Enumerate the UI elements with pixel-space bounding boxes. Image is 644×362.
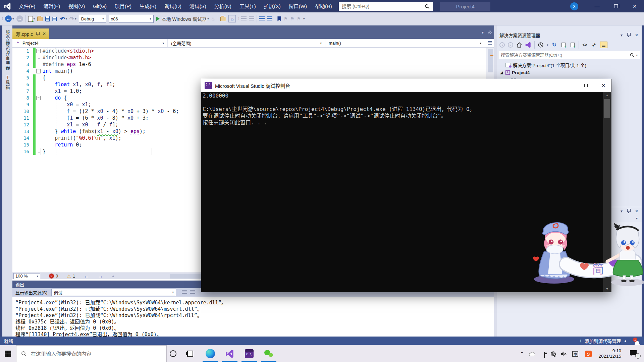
prev-bookmark-button[interactable]: ⚑ xyxy=(283,15,288,23)
toolbar-overflow-button[interactable]: ▾ xyxy=(303,15,305,23)
pin-panel-icon[interactable] xyxy=(627,209,630,213)
solution-search-box[interactable]: ▾ xyxy=(498,51,640,59)
menu-item-11[interactable]: 窗口(W) xyxy=(285,0,311,12)
scrollbar-thumb[interactable] xyxy=(488,49,493,72)
console-output[interactable]: 2.000000 C:\Users\尘世闲游\source\repos\Proj… xyxy=(201,92,603,292)
navigate-forward-code-button[interactable] xyxy=(249,15,254,23)
menu-item-7[interactable]: 测试(S) xyxy=(185,0,210,12)
tree-item-solution[interactable]: 解决方案“Project4”(1 个项目/共 1 个) xyxy=(497,61,642,69)
code-line-4[interactable]: 4int main() xyxy=(12,68,486,74)
warning-count[interactable]: ⚠1 xyxy=(67,274,75,279)
menu-item-12[interactable]: 帮助(H) xyxy=(311,0,336,12)
window-menu-dropdown-icon[interactable]: ▾ xyxy=(621,209,623,214)
properties-icon[interactable]: 🔧︎ xyxy=(591,42,597,48)
close-button[interactable]: ✕ xyxy=(625,0,644,12)
show-hidden-icons-chevron[interactable]: ⌃ xyxy=(520,351,524,356)
navigate-forward-button[interactable]: → xyxy=(16,15,23,23)
menu-item-8[interactable]: 分析(N) xyxy=(210,0,235,12)
properties-pages-icon[interactable] xyxy=(570,42,576,48)
taskbar-app-edge[interactable] xyxy=(201,345,220,362)
output-tool-icon[interactable] xyxy=(190,290,195,295)
source-control-dropdown-icon[interactable]: ▲ xyxy=(624,339,627,343)
error-count[interactable]: ✕0 xyxy=(49,274,58,279)
expanded-chevron-icon[interactable]: ◢ xyxy=(499,71,503,74)
navigate-back-arrow[interactable]: ← xyxy=(84,273,89,279)
taskbar-app-visual-studio[interactable] xyxy=(220,345,239,362)
redo-button[interactable]: ↷▾ xyxy=(69,15,76,23)
collapse-all-icon[interactable] xyxy=(560,42,567,48)
ime-mode-icon[interactable]: 中 xyxy=(572,351,578,357)
open-file-button[interactable] xyxy=(37,15,43,23)
clear-bookmarks-button[interactable]: ⚑ xyxy=(297,15,301,23)
menu-item-2[interactable]: 视图(V) xyxy=(64,0,89,12)
home-icon[interactable] xyxy=(516,42,522,48)
float-window-icon[interactable] xyxy=(488,30,492,35)
refresh-icon[interactable]: ↻ xyxy=(551,42,557,48)
cortana-button[interactable] xyxy=(170,350,176,357)
home-button[interactable]: ⌂ xyxy=(228,15,236,22)
taskbar-search-box[interactable] xyxy=(16,345,167,362)
show-all-files-icon[interactable] xyxy=(600,42,607,48)
pin-tab-icon[interactable] xyxy=(36,32,39,36)
menu-item-0[interactable]: 文件(F) xyxy=(15,0,39,12)
project-dropdown[interactable]: Project4▾ xyxy=(12,39,168,47)
filter-dropdown-icon[interactable]: ▾ xyxy=(547,43,548,47)
close-tab-icon[interactable]: ✕ xyxy=(42,31,46,36)
console-minimize-button[interactable]: — xyxy=(561,79,576,92)
taskbar-app-wechat[interactable] xyxy=(259,345,278,362)
increase-indent-button[interactable] xyxy=(267,15,272,23)
scrollbar-thumb[interactable] xyxy=(604,99,610,118)
start-button[interactable] xyxy=(5,351,11,357)
navigate-backward-code-button[interactable] xyxy=(241,15,247,23)
find-in-files-button[interactable] xyxy=(220,15,226,23)
sogou-input-icon[interactable]: S xyxy=(585,351,592,357)
platform-dropdown[interactable]: x86▾ xyxy=(109,15,154,23)
toggle-bookmark-button[interactable] xyxy=(277,15,281,23)
muted-speaker-icon[interactable] xyxy=(561,351,567,356)
start-debug-button[interactable]: 本地 Windows 调试器▾ xyxy=(156,15,209,23)
no-network-globe-icon[interactable] xyxy=(550,351,556,357)
add-to-source-control-button[interactable]: 添加到源代码管理 xyxy=(585,338,621,344)
toolbar-grip[interactable]: ⁞ xyxy=(238,15,239,23)
navigate-back-button[interactable]: ←▾ xyxy=(5,15,14,23)
quick-search-box[interactable] xyxy=(339,2,433,11)
code-line-2[interactable]: 2#include<math.h> xyxy=(12,54,486,61)
pin-panel-icon[interactable] xyxy=(627,33,630,37)
console-close-button[interactable]: ✕ xyxy=(596,79,611,92)
pending-changes-filter-icon[interactable] xyxy=(538,42,544,48)
menu-item-3[interactable]: Git(G) xyxy=(89,0,111,12)
menu-item-1[interactable]: 编辑(E) xyxy=(39,0,64,12)
menu-item-4[interactable]: 项目(P) xyxy=(111,0,136,12)
member-dropdown[interactable]: main()▾ xyxy=(325,39,485,47)
scope-dropdown[interactable]: (全局范围)▾ xyxy=(168,39,325,47)
document-tab-source-cpp[interactable]: 源.cpp.c ✕ xyxy=(12,28,49,39)
menu-item-5[interactable]: 生成(B) xyxy=(136,0,160,12)
quick-search-input[interactable] xyxy=(342,4,425,9)
document-list-dropdown-icon[interactable]: ▾ xyxy=(482,30,484,35)
view-code-icon[interactable]: <> xyxy=(582,42,588,48)
dropdown-icon[interactable]: ▾ xyxy=(636,217,638,220)
debug-console-window[interactable]: Microsoft Visual Studio 调试控制台 — ✕ 2.0000… xyxy=(201,79,611,292)
taskbar-clock[interactable]: 9:10 2021/12/15 xyxy=(598,348,621,359)
taskbar-search-input[interactable] xyxy=(31,351,166,357)
zoom-dropdown[interactable]: 100 %▾ xyxy=(13,273,40,279)
decrease-indent-button[interactable] xyxy=(259,15,265,23)
menu-item-9[interactable]: 工具(T) xyxy=(235,0,260,12)
toolbox-tab[interactable]: 工具箱 xyxy=(4,75,11,90)
battery-icon[interactable] xyxy=(544,352,545,358)
menu-item-6[interactable]: 调试(D) xyxy=(160,0,185,12)
menu-item-10[interactable]: 扩展(X) xyxy=(260,0,285,12)
fold-marker[interactable] xyxy=(36,95,41,101)
onedrive-cloud-icon[interactable] xyxy=(529,352,536,356)
fold-marker[interactable] xyxy=(36,68,41,74)
new-file-button[interactable]: ▾ xyxy=(28,15,35,23)
output-tool-icon[interactable] xyxy=(182,290,187,295)
solution-explorer-title-bar[interactable]: 解决方案资源管理器 ▾ ✕ xyxy=(497,31,642,39)
solution-search-input[interactable] xyxy=(501,53,630,58)
switch-views-icon[interactable] xyxy=(525,42,531,48)
toolbar-grip[interactable]: ⁞ xyxy=(2,15,3,23)
navigate-forward-arrow[interactable]: → xyxy=(98,273,103,279)
code-line-3[interactable]: 3#define eps 1e-6 xyxy=(12,61,486,68)
search-options-dropdown[interactable]: ▾ xyxy=(636,54,638,57)
fold-marker[interactable] xyxy=(36,48,41,54)
